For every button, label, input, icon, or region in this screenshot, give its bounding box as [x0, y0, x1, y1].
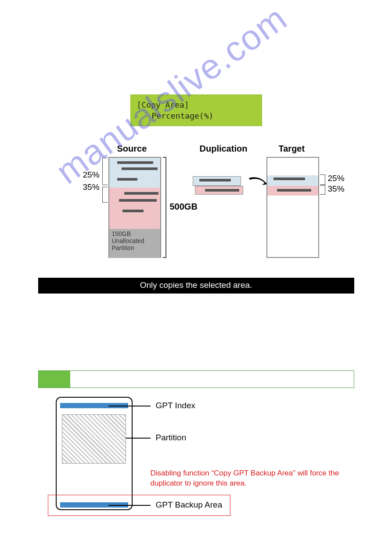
- bracket: [102, 158, 108, 185]
- leader-line: [108, 505, 151, 506]
- data-bar: [122, 167, 158, 170]
- source-pct2: 35%: [83, 182, 100, 192]
- data-bar: [117, 161, 153, 164]
- dup-part-2: [195, 186, 243, 195]
- gpt-diagram: GPT Index Partition GPT Backup Area Disa…: [43, 397, 350, 529]
- target-disk: [266, 157, 319, 258]
- data-bar: [199, 179, 231, 181]
- duplication-label: Duplication: [200, 144, 248, 154]
- unallocated-text: 150GB Unallocated Partition: [112, 230, 144, 251]
- lcd-line1: [Copy Area]: [137, 99, 255, 110]
- lcd-line2: Percentage(%): [137, 110, 255, 121]
- bracket: [102, 187, 108, 203]
- leader-line: [108, 406, 151, 406]
- data-bar: [124, 192, 158, 195]
- data-bar: [277, 189, 311, 192]
- data-bar: [273, 178, 305, 180]
- data-bar: [205, 189, 239, 192]
- data-bar: [117, 178, 137, 181]
- lcd-screen: [Copy Area] Percentage(%): [130, 94, 262, 126]
- bracket: [320, 174, 325, 185]
- capacity-bracket: [163, 157, 166, 258]
- gpt-note: Disabling function “Copy GPT Backup Area…: [151, 468, 344, 489]
- source-label: Source: [117, 144, 147, 154]
- source-pct1: 25%: [83, 170, 100, 180]
- leader-line: [126, 438, 151, 439]
- data-bar: [122, 210, 144, 212]
- dup-part-1: [193, 176, 241, 186]
- capacity-label: 500GB: [170, 202, 198, 212]
- section-heading: [38, 370, 354, 388]
- source-disk: 150GB Unallocated Partition: [108, 157, 161, 258]
- target-partition-2: [267, 186, 318, 196]
- bracket: [320, 185, 325, 195]
- diagram-caption: Only copies the selected area.: [38, 278, 354, 294]
- partition-label: Partition: [156, 433, 187, 443]
- gpt-index-label: GPT Index: [156, 401, 195, 410]
- gpt-backup-label: GPT Backup Area: [156, 500, 223, 510]
- target-pct2: 35%: [328, 184, 345, 194]
- target-partition-1: [267, 175, 318, 186]
- heading-accent: [39, 371, 70, 388]
- data-bar: [119, 199, 157, 202]
- partition-box: [62, 414, 126, 464]
- target-pct1: 25%: [328, 174, 345, 183]
- target-label: Target: [279, 144, 305, 154]
- copy-area-diagram: Source Duplication Target 25% 35% 150GB …: [38, 144, 354, 276]
